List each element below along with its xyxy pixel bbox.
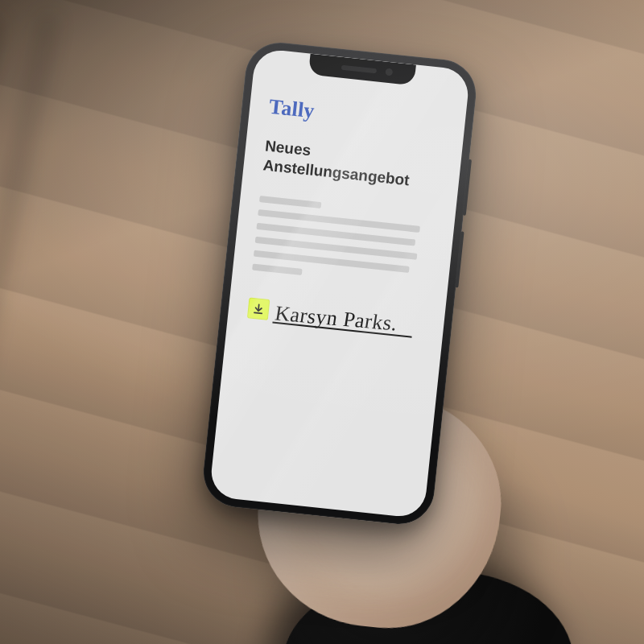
download-icon [251, 301, 266, 316]
signature-field[interactable]: Karsyn Parks. [275, 299, 426, 336]
placeholder-line [259, 196, 321, 208]
document-title: Neues Anstellungsangebot [262, 136, 443, 192]
placeholder-line [252, 263, 302, 275]
document-page: Tally Neues Anstellungsangebot [208, 48, 470, 519]
phone-device: Tally Neues Anstellungsangebot [200, 39, 479, 528]
signature-row: Karsyn Parks. [247, 297, 426, 336]
signature-download-badge[interactable] [247, 297, 270, 320]
phone-screen[interactable]: Tally Neues Anstellungsangebot [208, 48, 470, 519]
signature-name: Karsyn Parks. [274, 303, 426, 336]
brand-logo-text: Tally [268, 95, 447, 138]
scene-background: Tally Neues Anstellungsangebot [0, 0, 644, 644]
document-body-placeholder [252, 196, 436, 288]
